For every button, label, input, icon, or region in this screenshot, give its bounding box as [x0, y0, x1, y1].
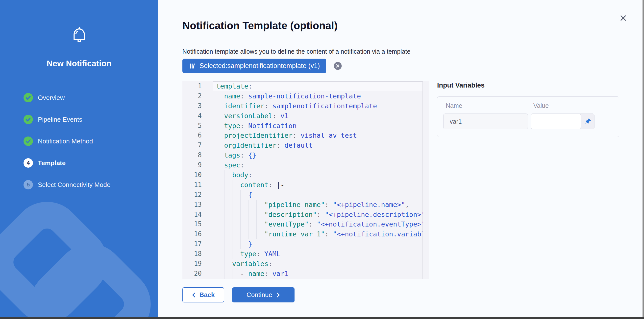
code-line: 14 "description": "<+pipeline.descriptio… — [182, 210, 429, 220]
code-text: "description": "<+pipeline.description>"… — [213, 210, 423, 220]
line-number: 8 — [182, 150, 202, 160]
indent-guide — [256, 200, 257, 210]
wizard-sidebar: New Notification Overview Pipeline Event… — [0, 0, 158, 317]
indent-guide — [232, 200, 232, 210]
step-pipeline-events[interactable]: Pipeline Events — [24, 115, 151, 124]
code-text: orgIdentifier: default — [213, 140, 423, 150]
code-line: 18 type: YAML — [182, 249, 429, 259]
code-text: versionLabel: v1 — [213, 111, 423, 121]
indent-guide — [224, 249, 224, 259]
indent-guide — [224, 239, 224, 249]
window-scrollbar[interactable] — [642, 0, 644, 317]
code-line: 8 tags: {} — [182, 150, 429, 160]
line-number: 9 — [182, 160, 202, 170]
indent-guide — [248, 219, 248, 229]
indent-guide — [216, 200, 216, 210]
code-line: 19 variables: — [182, 259, 429, 269]
code-text: tags: {} — [213, 150, 423, 160]
back-button[interactable]: Back — [182, 287, 224, 303]
selected-template-label: Selected:samplenotificationtemplate (v1) — [200, 62, 320, 70]
indent-guide — [232, 180, 232, 190]
code-text: name: sample-notification-template — [213, 91, 423, 101]
indent-guide — [232, 219, 232, 229]
indent-guide — [216, 160, 216, 170]
indent-guide — [224, 210, 224, 220]
indent-guide — [224, 259, 224, 269]
code-line: 15 "eventType": "<+notification.eventTyp… — [182, 219, 429, 229]
indent-guide — [224, 269, 224, 279]
continue-button-label: Continue — [246, 291, 272, 299]
line-number: 16 — [182, 229, 202, 239]
indent-guide — [224, 190, 224, 200]
indent-guide — [216, 101, 216, 111]
line-number: 20 — [182, 269, 202, 279]
code-line: 20 - name: var1 — [182, 269, 429, 279]
step-label: Notification Method — [38, 137, 93, 145]
step-template[interactable]: 4 Template — [24, 158, 151, 168]
line-number: 10 — [182, 170, 202, 180]
line-number: 5 — [182, 121, 202, 131]
indent-guide — [224, 219, 224, 229]
code-line: 11 content: |- — [182, 180, 429, 190]
column-header-name: Name — [446, 102, 462, 109]
line-number: 12 — [182, 190, 202, 200]
variable-name-input[interactable] — [443, 113, 528, 129]
code-line: 6 projectIdentifier: vishal_av_test — [182, 131, 429, 140]
indent-guide — [232, 249, 232, 259]
variable-value-group — [531, 113, 594, 129]
indent-guide — [256, 219, 257, 229]
step-notification-method[interactable]: Notification Method — [24, 136, 151, 146]
editor-scrollbar-track[interactable] — [422, 81, 423, 279]
code-line: 7 orgIdentifier: default — [182, 140, 429, 150]
wizard-steps: Overview Pipeline Events Notification Me… — [24, 93, 151, 202]
code-text: type: Notification — [213, 121, 423, 131]
code-text: projectIdentifier: vishal_av_test — [213, 131, 423, 140]
code-line: 12 { — [182, 190, 429, 200]
back-button-label: Back — [199, 291, 214, 299]
code-text: body: — [213, 170, 423, 180]
code-text: - name: var1 — [213, 269, 423, 279]
step-label: Template — [38, 159, 66, 167]
template-library-icon — [189, 62, 196, 70]
step-label: Overview — [38, 94, 64, 102]
indent-guide — [216, 140, 216, 150]
remove-template-icon[interactable] — [334, 62, 342, 70]
indent-guide — [216, 249, 216, 259]
indent-guide — [216, 210, 216, 220]
step-select-connectivity-mode[interactable]: 5 Select Connectivity Mode — [24, 180, 151, 189]
check-circle-icon — [24, 115, 33, 124]
code-text: "runtime_var_1": "<+notification.variabl… — [213, 229, 423, 239]
indent-guide — [240, 200, 240, 210]
code-text: content: |- — [213, 180, 423, 190]
line-number: 11 — [182, 180, 202, 190]
code-text: "pipeline name": "<+pipeline.name>", — [213, 200, 423, 210]
code-line: 4 versionLabel: v1 — [182, 111, 429, 121]
code-line: 5 type: Notification — [182, 121, 429, 131]
selected-template-chip[interactable]: Selected:samplenotificationtemplate (v1) — [182, 59, 326, 73]
input-variables-card: Name Value — [437, 96, 619, 137]
wizard-title: New Notification — [0, 59, 158, 68]
step-number-badge: 4 — [24, 158, 33, 168]
code-text: "eventType": "<+notification.eventType>"… — [213, 219, 423, 229]
line-number: 18 — [182, 249, 202, 259]
code-text: spec: — [213, 160, 423, 170]
code-lines: 1template:2 name: sample-notification-te… — [182, 81, 429, 279]
step-overview[interactable]: Overview — [24, 93, 151, 102]
code-line: 2 name: sample-notification-template — [182, 91, 429, 101]
pin-icon[interactable] — [581, 113, 594, 129]
variable-value-input[interactable] — [531, 113, 581, 129]
indent-guide — [240, 190, 240, 200]
indent-guide — [232, 269, 232, 279]
line-number: 19 — [182, 259, 202, 269]
code-line: 9 spec: — [182, 160, 429, 170]
chevron-left-icon — [192, 292, 196, 298]
line-number: 4 — [182, 111, 202, 121]
indent-guide — [216, 121, 216, 131]
indent-guide — [232, 239, 232, 249]
step-label: Select Connectivity Mode — [38, 181, 110, 189]
template-yaml-editor[interactable]: 1template:2 name: sample-notification-te… — [182, 81, 429, 279]
indent-guide — [216, 180, 216, 190]
continue-button[interactable]: Continue — [232, 287, 294, 303]
close-icon[interactable] — [618, 13, 628, 23]
indent-guide — [248, 200, 248, 210]
